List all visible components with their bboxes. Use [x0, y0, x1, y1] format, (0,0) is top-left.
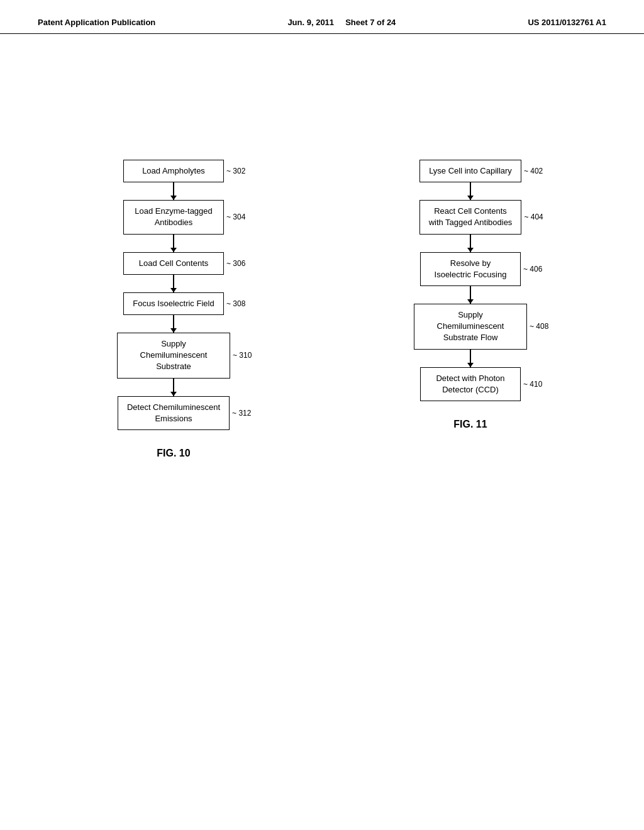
- step-304-wrapper: Load Enzyme-taggedAntibodies ~ 304: [123, 200, 224, 234]
- ref-304: ~ 304: [226, 213, 245, 221]
- step-310-wrapper: Supply ChemiluminescentSubstrate ~ 310: [117, 333, 230, 379]
- step-404-wrapper: React Cell Contentswith Tagged Antibodie…: [419, 200, 522, 234]
- arrow-302-304: [173, 182, 174, 200]
- step-406-label: Resolve byIsoelectric Focusing: [435, 258, 507, 279]
- header-sheet: Sheet 7 of 24: [345, 18, 396, 27]
- arrow-406-408: [470, 286, 471, 304]
- ref-306: ~ 306: [226, 259, 245, 268]
- step-312-box: Detect ChemiluminescentEmissions: [118, 396, 230, 430]
- header-date-sheet: Jun. 9, 2011 Sheet 7 of 24: [287, 18, 396, 27]
- arrow-402-404: [470, 182, 471, 200]
- step-408-label: Supply ChemiluminescentSubstrate Flow: [437, 310, 504, 342]
- arrow-304-306: [173, 235, 174, 252]
- step-302-label: Load Ampholytes: [142, 166, 205, 175]
- step-404-box: React Cell Contentswith Tagged Antibodie…: [419, 200, 522, 234]
- step-310-label: Supply ChemiluminescentSubstrate: [140, 339, 208, 371]
- header-date: Jun. 9, 2011: [287, 18, 334, 27]
- header-patent-number: US 2011/0132761 A1: [528, 18, 606, 27]
- ref-308: ~ 308: [226, 299, 245, 308]
- step-304-box: Load Enzyme-taggedAntibodies: [123, 200, 224, 234]
- step-402-wrapper: Lyse Cell into Capillary ~ 402: [419, 160, 521, 182]
- step-402-label: Lyse Cell into Capillary: [429, 166, 512, 175]
- step-306-wrapper: Load Cell Contents ~ 306: [123, 252, 224, 275]
- arrow-306-308: [173, 275, 174, 292]
- step-410-label: Detect with PhotonDetector (CCD): [436, 374, 504, 394]
- step-310-box: Supply ChemiluminescentSubstrate: [117, 333, 230, 379]
- step-402-box: Lyse Cell into Capillary: [419, 160, 521, 182]
- step-302-wrapper: Load Ampholytes ~ 302: [123, 160, 224, 182]
- step-304-label: Load Enzyme-taggedAntibodies: [135, 206, 213, 227]
- ref-410: ~ 410: [523, 380, 542, 389]
- step-408-box: Supply ChemiluminescentSubstrate Flow: [414, 304, 527, 350]
- ref-310: ~ 310: [233, 351, 252, 360]
- arrow-310-312: [173, 379, 174, 396]
- fig10-flowchart: Load Ampholytes ~ 302 Load Enzyme-tagged…: [117, 160, 230, 459]
- header-publication: Patent Application Publication: [38, 18, 155, 27]
- ref-406: ~ 406: [523, 265, 542, 274]
- fig10-label: FIG. 10: [157, 448, 190, 459]
- step-306-label: Load Cell Contents: [139, 258, 209, 268]
- step-406-wrapper: Resolve byIsoelectric Focusing ~ 406: [420, 252, 521, 286]
- step-306-box: Load Cell Contents: [123, 252, 224, 275]
- ref-312: ~ 312: [232, 409, 251, 418]
- page: Patent Application Publication Jun. 9, 2…: [0, 0, 644, 830]
- step-308-wrapper: Focus Isoelectric Field ~ 308: [123, 292, 224, 315]
- ref-402: ~ 402: [524, 167, 543, 175]
- arrow-308-310: [173, 315, 174, 333]
- ref-404: ~ 404: [524, 213, 543, 221]
- step-308-label: Focus Isoelectric Field: [133, 299, 214, 308]
- fig11-flowchart: Lyse Cell into Capillary ~ 402 React Cel…: [414, 160, 527, 430]
- step-308-box: Focus Isoelectric Field: [123, 292, 224, 315]
- step-312-label: Detect ChemiluminescentEmissions: [127, 402, 220, 423]
- arrow-404-406: [470, 235, 471, 252]
- ref-408: ~ 408: [530, 322, 548, 331]
- main-content: Load Ampholytes ~ 302 Load Enzyme-tagged…: [0, 122, 644, 484]
- arrow-408-410: [470, 350, 471, 367]
- page-header: Patent Application Publication Jun. 9, 2…: [0, 0, 644, 34]
- step-408-wrapper: Supply ChemiluminescentSubstrate Flow ~ …: [414, 304, 527, 350]
- step-406-box: Resolve byIsoelectric Focusing: [420, 252, 521, 286]
- step-302-box: Load Ampholytes: [123, 160, 224, 182]
- fig11-label: FIG. 11: [453, 419, 487, 430]
- step-404-label: React Cell Contentswith Tagged Antibodie…: [429, 206, 513, 227]
- step-410-wrapper: Detect with PhotonDetector (CCD) ~ 410: [420, 367, 521, 401]
- ref-302: ~ 302: [226, 167, 245, 175]
- step-312-wrapper: Detect ChemiluminescentEmissions ~ 312: [118, 396, 230, 430]
- step-410-box: Detect with PhotonDetector (CCD): [420, 367, 521, 401]
